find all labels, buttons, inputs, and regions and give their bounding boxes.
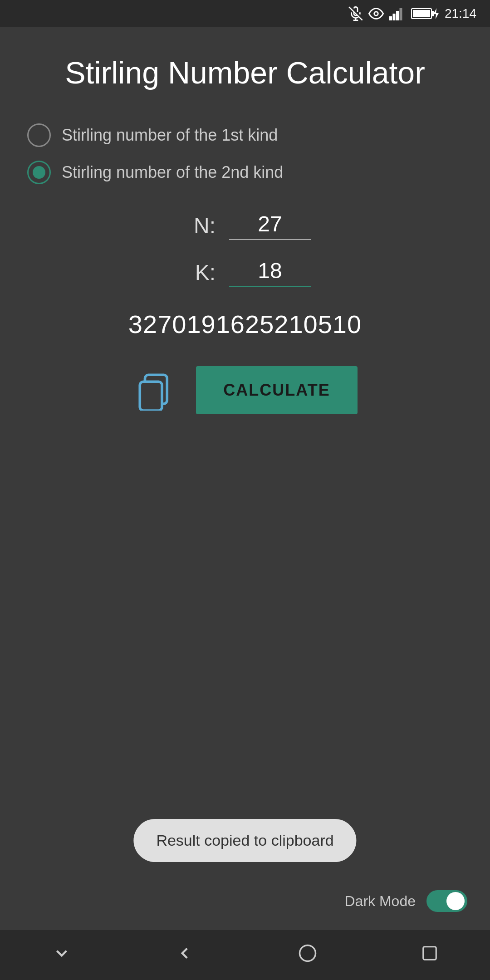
- eye-icon: [368, 6, 384, 21]
- mute-icon: [348, 6, 363, 21]
- n-input-row: N:: [179, 211, 311, 240]
- radio-circle-kind1: [27, 123, 51, 147]
- calculate-button[interactable]: CALCULATE: [196, 366, 357, 414]
- radio-label-kind2: Stirling number of the 2nd kind: [62, 163, 283, 182]
- n-label: N:: [179, 213, 216, 238]
- action-row: CALCULATE: [27, 366, 463, 414]
- result-display: 3270191625210510: [27, 309, 463, 339]
- bottom-nav: [0, 930, 490, 980]
- status-icons: 21:14: [348, 6, 476, 21]
- nav-recent-apps-button[interactable]: [421, 945, 438, 966]
- dark-mode-toggle[interactable]: [426, 890, 467, 912]
- k-input-row: K:: [179, 258, 311, 287]
- radio-circle-kind2: [27, 161, 51, 184]
- copy-button[interactable]: [132, 368, 178, 413]
- radio-label-kind1: Stirling number of the 1st kind: [62, 126, 278, 145]
- main-content: Stirling Number Calculator Stirling numb…: [0, 27, 490, 414]
- toast-notification: Result copied to clipboard: [133, 819, 356, 862]
- svg-point-3: [374, 12, 378, 16]
- dark-mode-label: Dark Mode: [345, 893, 416, 910]
- k-input[interactable]: [229, 258, 311, 287]
- nav-back-button[interactable]: [175, 944, 194, 967]
- nav-chevron-down[interactable]: [52, 944, 71, 967]
- status-time: 21:14: [445, 6, 476, 21]
- radio-inner-kind2: [33, 166, 45, 179]
- toast-message: Result copied to clipboard: [156, 832, 333, 849]
- svg-rect-10: [140, 382, 162, 411]
- toggle-knob: [446, 892, 465, 910]
- copy-icon: [135, 370, 176, 411]
- app-title: Stirling Number Calculator: [27, 54, 463, 92]
- svg-rect-4: [389, 16, 392, 20]
- svg-rect-12: [423, 946, 436, 960]
- dark-mode-row: Dark Mode: [345, 890, 468, 912]
- signal-icon: [389, 6, 406, 21]
- radio-item-kind2[interactable]: Stirling number of the 2nd kind: [27, 161, 463, 184]
- radio-item-kind1[interactable]: Stirling number of the 1st kind: [27, 123, 463, 147]
- svg-point-11: [299, 945, 315, 961]
- input-section: N: K:: [27, 211, 463, 287]
- svg-rect-5: [392, 14, 395, 20]
- k-label: K:: [179, 260, 216, 285]
- radio-group: Stirling number of the 1st kind Stirling…: [27, 123, 463, 184]
- n-input[interactable]: [229, 211, 311, 240]
- svg-rect-7: [399, 8, 402, 20]
- svg-rect-6: [396, 11, 399, 20]
- nav-home-button[interactable]: [298, 944, 317, 967]
- battery-icon: [411, 8, 439, 19]
- status-bar: 21:14: [0, 0, 490, 27]
